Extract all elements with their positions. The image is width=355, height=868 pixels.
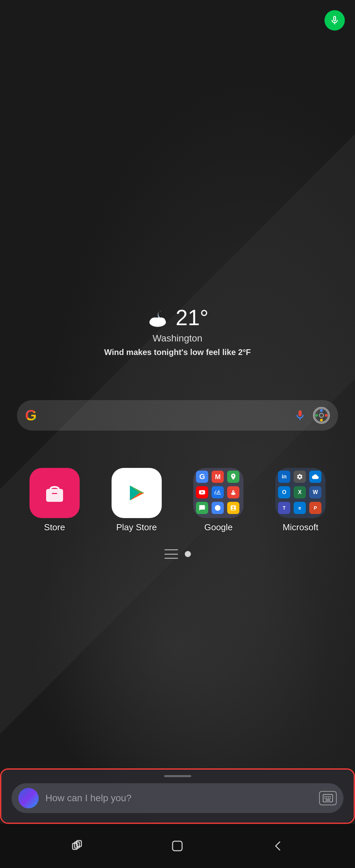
weather-widget[interactable]: 21° Washington Wind makes tonight's low … xyxy=(104,305,251,358)
assistant-input-row[interactable]: How can I help you? xyxy=(12,783,343,813)
home-icon xyxy=(170,839,185,853)
svg-rect-19 xyxy=(326,798,327,799)
search-mic-icon[interactable] xyxy=(293,408,308,423)
google-lens-button[interactable] xyxy=(313,407,330,424)
weather-icon xyxy=(146,306,170,330)
top-mic-button[interactable] xyxy=(324,10,345,31)
weather-temperature: 21° xyxy=(176,305,209,330)
nav-lines-icon xyxy=(164,549,178,559)
app-dock: Store xyxy=(0,468,355,533)
play-store-label: Play Store xyxy=(116,522,157,533)
app-google-folder[interactable]: G M xyxy=(184,468,252,533)
weather-description: Wind makes tonight's low feel like 2°F xyxy=(104,347,251,358)
weather-main: 21° xyxy=(104,305,251,330)
svg-point-2 xyxy=(157,317,166,324)
home-page-dot xyxy=(185,551,191,557)
google-folder-icon: G M xyxy=(193,468,243,518)
lens-svg xyxy=(314,408,329,423)
play-store-icon xyxy=(112,468,162,518)
assistant-placeholder-text: How can I help you? xyxy=(45,793,312,804)
google-g-logo: G xyxy=(25,407,37,424)
play-svg xyxy=(123,479,150,507)
wallpaper-circle xyxy=(25,495,330,800)
svg-point-7 xyxy=(315,414,318,417)
store-svg xyxy=(41,479,68,507)
system-nav-bar xyxy=(0,824,355,868)
keyboard-icon[interactable] xyxy=(319,791,337,805)
assistant-handle xyxy=(164,775,191,777)
store-label: Store xyxy=(44,522,65,533)
svg-point-4 xyxy=(320,409,323,412)
svg-point-6 xyxy=(320,419,323,421)
recent-icon xyxy=(70,839,85,853)
store-icon xyxy=(29,468,80,518)
svg-point-12 xyxy=(215,505,221,511)
assistant-bar[interactable]: How can I help you? xyxy=(1,770,354,823)
svg-rect-10 xyxy=(52,493,57,494)
microsoft-folder-grid: in O X W T e P xyxy=(275,468,326,518)
svg-rect-22 xyxy=(326,800,330,801)
svg-point-5 xyxy=(325,414,328,417)
bixby-logo xyxy=(18,788,39,808)
svg-rect-14 xyxy=(324,796,326,797)
assistant-bar-container: How can I help you? xyxy=(0,768,355,824)
svg-rect-15 xyxy=(326,796,327,797)
svg-rect-18 xyxy=(324,798,326,799)
svg-rect-26 xyxy=(173,841,182,851)
weather-city: Washington xyxy=(104,333,251,344)
mic-svg xyxy=(294,409,306,421)
page-indicators xyxy=(164,549,191,559)
google-folder-grid: G M xyxy=(193,468,243,518)
back-button[interactable] xyxy=(268,836,288,856)
back-icon xyxy=(270,839,285,853)
svg-rect-16 xyxy=(328,796,329,797)
app-play-store[interactable]: Play Store xyxy=(103,468,171,533)
app-microsoft-folder[interactable]: in O X W T e P xyxy=(267,468,334,533)
keyboard-svg xyxy=(322,794,333,803)
google-folder-label: Google xyxy=(204,522,233,533)
svg-rect-20 xyxy=(328,798,329,799)
google-search-bar[interactable]: G xyxy=(17,400,338,431)
home-button[interactable] xyxy=(167,836,188,856)
microsoft-folder-label: Microsoft xyxy=(282,522,318,533)
svg-point-8 xyxy=(319,413,323,417)
app-store[interactable]: Store xyxy=(21,468,88,533)
svg-rect-17 xyxy=(330,796,331,797)
svg-rect-9 xyxy=(46,489,63,502)
mic-icon xyxy=(329,15,340,26)
microsoft-folder-icon: in O X W T e P xyxy=(275,468,326,518)
recent-apps-button[interactable] xyxy=(67,836,87,856)
svg-rect-21 xyxy=(330,798,331,799)
